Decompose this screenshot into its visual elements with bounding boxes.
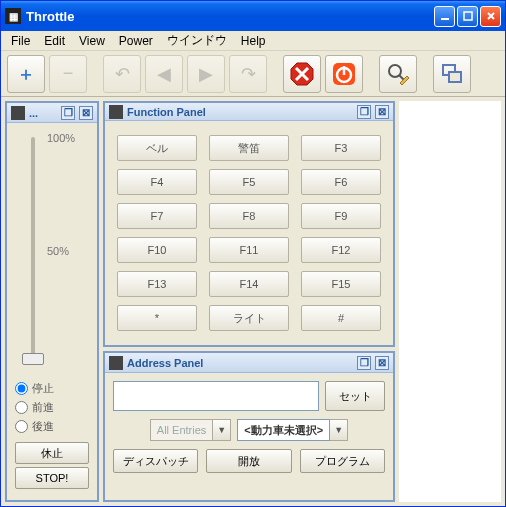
address-input[interactable]: [113, 381, 319, 411]
speed-slider[interactable]: 100% 50%: [11, 129, 93, 371]
dropdown-icon[interactable]: ▼: [213, 419, 231, 441]
svg-rect-0: [441, 18, 449, 20]
function-button-11[interactable]: F12: [301, 237, 381, 263]
content-area: ... ❐ ⊠ 100% 50% 停止 前進: [1, 97, 505, 506]
titlebar: ▦ Throttle: [1, 1, 505, 31]
menu-view[interactable]: View: [73, 32, 111, 50]
slider-track: [31, 137, 35, 363]
loco-combo[interactable]: <動力車未選択> ▼: [237, 419, 348, 441]
panel-max-icon[interactable]: ❐: [357, 105, 371, 119]
function-button-6[interactable]: F7: [117, 203, 197, 229]
remove-button: −: [49, 55, 87, 93]
svg-rect-1: [464, 12, 472, 20]
dispatch-button[interactable]: ディスパッチ: [113, 449, 198, 473]
windows-button[interactable]: [433, 55, 471, 93]
dir-forward-radio[interactable]: [15, 401, 28, 414]
program-button[interactable]: プログラム: [300, 449, 385, 473]
slider-thumb[interactable]: [22, 353, 44, 365]
panel-close-icon[interactable]: ⊠: [79, 106, 93, 120]
entries-combo[interactable]: All Entries ▼: [150, 419, 232, 441]
forward-button: ▶: [187, 55, 225, 93]
function-button-2[interactable]: F3: [301, 135, 381, 161]
function-button-9[interactable]: F10: [117, 237, 197, 263]
address-title: Address Panel: [127, 357, 353, 369]
dir-reverse-radio[interactable]: [15, 420, 28, 433]
menu-window[interactable]: ウインドウ: [161, 30, 233, 51]
menubar: File Edit View Power ウインドウ Help: [1, 31, 505, 51]
empty-area: [399, 101, 501, 502]
tick-50: 50%: [47, 245, 69, 257]
function-button-1[interactable]: 警笛: [209, 135, 289, 161]
minimize-button[interactable]: [434, 6, 455, 27]
function-button-7[interactable]: F8: [209, 203, 289, 229]
dir-stop[interactable]: 停止: [15, 379, 89, 398]
dir-reverse[interactable]: 後進: [15, 417, 89, 436]
panel-close-icon[interactable]: ⊠: [375, 356, 389, 370]
back-button: ◀: [145, 55, 183, 93]
function-button-17[interactable]: #: [301, 305, 381, 331]
power-button[interactable]: [325, 55, 363, 93]
add-button[interactable]: ＋: [7, 55, 45, 93]
maximize-icon: [463, 11, 473, 21]
function-button-16[interactable]: ライト: [209, 305, 289, 331]
set-button[interactable]: セット: [325, 381, 385, 411]
edit-view-button[interactable]: [379, 55, 417, 93]
address-titlebar: Address Panel ❐ ⊠: [105, 353, 393, 373]
windows-icon: [439, 61, 465, 87]
panel-icon: [109, 105, 123, 119]
function-button-3[interactable]: F4: [117, 169, 197, 195]
function-button-4[interactable]: F5: [209, 169, 289, 195]
minimize-icon: [440, 11, 450, 21]
idle-button[interactable]: 休止: [15, 442, 89, 464]
panels-column: Function Panel ❐ ⊠ ベル警笛F3F4F5F6F7F8F9F10…: [103, 101, 395, 502]
undo-button: ↶: [103, 55, 141, 93]
function-button-15[interactable]: *: [117, 305, 197, 331]
toolbar: ＋ − ↶ ◀ ▶ ↷: [1, 51, 505, 97]
function-grid: ベル警笛F3F4F5F6F7F8F9F10F11F12F13F14F15*ライト…: [117, 135, 381, 331]
menu-power[interactable]: Power: [113, 32, 159, 50]
redo-button: ↷: [229, 55, 267, 93]
speed-body: 100% 50% 停止 前進 後進 休止 STOP!: [7, 123, 97, 500]
mid-row: ... ❐ ⊠ 100% 50% 停止 前進: [5, 101, 501, 502]
function-title: Function Panel: [127, 106, 353, 118]
panel-max-icon[interactable]: ❐: [61, 106, 75, 120]
function-button-13[interactable]: F14: [209, 271, 289, 297]
menu-file[interactable]: File: [5, 32, 36, 50]
address-panel: Address Panel ❐ ⊠ セット All Entries ▼: [103, 351, 395, 502]
menu-help[interactable]: Help: [235, 32, 272, 50]
panel-icon: [11, 106, 25, 120]
address-row2: All Entries ▼ <動力車未選択> ▼: [113, 419, 385, 441]
dir-stop-radio[interactable]: [15, 382, 28, 395]
function-button-10[interactable]: F11: [209, 237, 289, 263]
address-row1: セット: [113, 381, 385, 411]
function-button-12[interactable]: F13: [117, 271, 197, 297]
estop-button[interactable]: STOP!: [15, 467, 89, 489]
function-button-14[interactable]: F15: [301, 271, 381, 297]
direction-group: 停止 前進 後進: [11, 377, 93, 442]
function-button-0[interactable]: ベル: [117, 135, 197, 161]
window-controls: [434, 6, 501, 27]
function-button-8[interactable]: F9: [301, 203, 381, 229]
function-body: ベル警笛F3F4F5F6F7F8F9F10F11F12F13F14F15*ライト…: [105, 121, 393, 345]
dropdown-icon[interactable]: ▼: [330, 419, 348, 441]
app-window: ▦ Throttle File Edit View Power ウインドウ He…: [0, 0, 506, 507]
close-button[interactable]: [480, 6, 501, 27]
stop-button[interactable]: [283, 55, 321, 93]
app-icon: ▦: [5, 8, 21, 24]
left-column: ... ❐ ⊠ 100% 50% 停止 前進: [5, 101, 99, 502]
panel-close-icon[interactable]: ⊠: [375, 105, 389, 119]
panel-icon: [109, 356, 123, 370]
release-button[interactable]: 開放: [206, 449, 291, 473]
menu-edit[interactable]: Edit: [38, 32, 71, 50]
panel-max-icon[interactable]: ❐: [357, 356, 371, 370]
speed-panel: ... ❐ ⊠ 100% 50% 停止 前進: [5, 101, 99, 502]
speed-buttons: 休止 STOP!: [11, 442, 93, 496]
dir-forward[interactable]: 前進: [15, 398, 89, 417]
function-button-5[interactable]: F6: [301, 169, 381, 195]
address-row3: ディスパッチ 開放 プログラム: [113, 449, 385, 473]
function-panel: Function Panel ❐ ⊠ ベル警笛F3F4F5F6F7F8F9F10…: [103, 101, 395, 347]
function-titlebar: Function Panel ❐ ⊠: [105, 103, 393, 121]
stop-icon: [289, 61, 315, 87]
maximize-button[interactable]: [457, 6, 478, 27]
entries-value: All Entries: [150, 419, 214, 441]
